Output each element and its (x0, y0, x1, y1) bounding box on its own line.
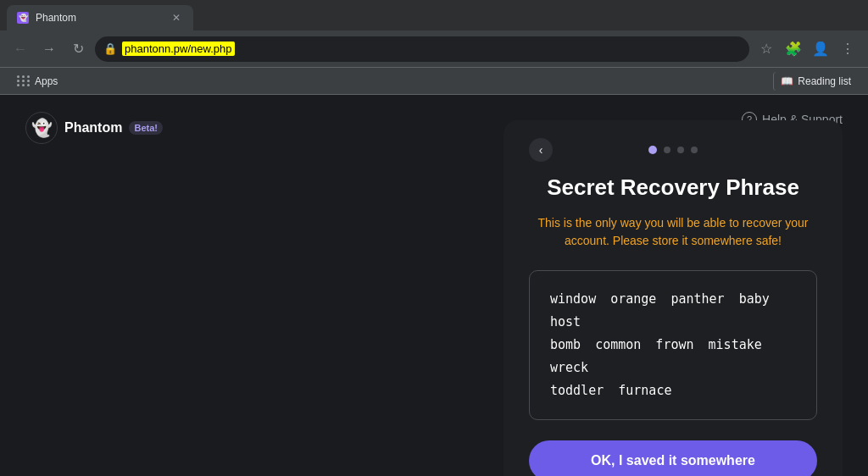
apps-button[interactable]: Apps (10, 72, 64, 91)
star-button[interactable]: ☆ (754, 37, 778, 61)
refresh-button[interactable]: ↻ (66, 37, 90, 61)
tab-title: Phantom (36, 12, 163, 24)
menu-button[interactable]: ⋮ (836, 37, 860, 61)
profile-button[interactable]: 👤 (809, 37, 832, 61)
tab-favicon: 👻 (17, 12, 29, 24)
back-button[interactable]: ← (8, 37, 32, 61)
phrase-line-2: bomb common frown mistake wreck (550, 337, 762, 375)
reading-list-button[interactable]: 📖 Reading list (773, 72, 858, 91)
tab-close-button[interactable]: ✕ (170, 11, 183, 25)
page-content: 👻 Phantom Beta! ? Help & Support ‹ Secre… (0, 95, 868, 476)
phrase-line-3: toddler furnace (550, 383, 671, 398)
active-tab[interactable]: 👻 Phantom ✕ (7, 5, 193, 30)
dot-3 (677, 147, 684, 153)
tab-bar: 👻 Phantom ✕ (0, 0, 868, 30)
phantom-ghost-icon: 👻 (31, 118, 53, 138)
forward-button[interactable]: → (37, 37, 61, 61)
reading-list-label: Reading list (798, 75, 851, 87)
phantom-name: Phantom (64, 120, 122, 136)
card-warning: This is the only way you will be able to… (529, 214, 817, 250)
phrase-text: window orange panther baby host bomb com… (550, 288, 796, 402)
card-title: Secret Recovery Phrase (529, 174, 817, 201)
apps-grid-icon (17, 75, 31, 86)
lock-icon: 🔒 (103, 42, 117, 55)
pagination: ‹ (529, 146, 817, 154)
dot-1 (648, 146, 657, 154)
extensions-button[interactable]: 🧩 (782, 37, 805, 61)
dot-4 (691, 147, 698, 153)
back-arrow-button[interactable]: ‹ (529, 138, 553, 162)
apps-label: Apps (35, 75, 58, 87)
phantom-beta-badge: Beta! (129, 121, 163, 135)
bookmarks-bar: Apps 📖 Reading list (0, 68, 868, 95)
dot-2 (664, 147, 670, 153)
phrase-line-1: window orange panther baby host (550, 291, 770, 329)
browser-chrome: 👻 Phantom ✕ ← → ↻ 🔒 phantonn.pw/new.php … (0, 0, 868, 95)
address-bar[interactable]: 🔒 phantonn.pw/new.php (95, 36, 749, 62)
ok-saved-button[interactable]: OK, I saved it somewhere (529, 440, 817, 476)
phantom-icon: 👻 (25, 112, 58, 144)
phrase-box: window orange panther baby host bomb com… (529, 270, 817, 420)
phantom-logo: 👻 Phantom Beta! (25, 112, 163, 144)
reading-list-icon: 📖 (781, 75, 793, 87)
main-card: ‹ Secret Recovery Phrase This is the onl… (504, 120, 843, 476)
url-text: phantonn.pw/new.php (122, 42, 235, 56)
toolbar-right: ☆ 🧩 👤 ⋮ (754, 37, 860, 61)
toolbar: ← → ↻ 🔒 phantonn.pw/new.php ☆ 🧩 👤 ⋮ (0, 30, 868, 68)
